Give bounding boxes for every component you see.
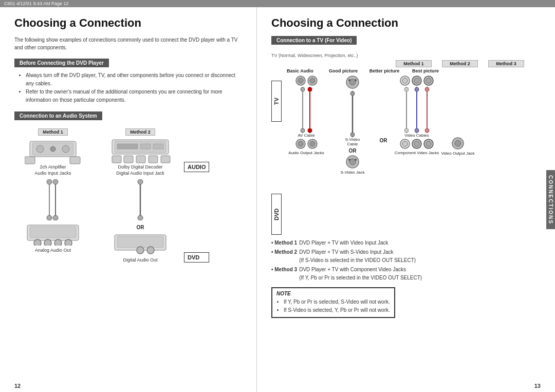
svg-rect-14: [30, 227, 76, 238]
main-diagram: TV DVD: [271, 76, 545, 235]
video-cables-label: Video Cables: [404, 133, 429, 138]
svg-point-4: [50, 146, 55, 152]
method2-cable-svg: [127, 179, 153, 220]
method2-diagram: Method 2: [102, 128, 179, 263]
svg-rect-26: [136, 156, 145, 163]
dvd-jack-l: [307, 139, 318, 149]
audio-output-label: Audio Output Jacks: [288, 151, 324, 155]
note-box: NOTE If Y, Pb or Pr is selected, S-Video…: [271, 287, 395, 318]
dvd-jack-r: [295, 139, 306, 149]
or-label: OR: [137, 225, 144, 230]
svg-point-74: [415, 128, 419, 133]
comp-jack-y-tv: [400, 76, 410, 86]
av-cable-svg: [296, 87, 317, 133]
right-page-number: 13: [534, 383, 541, 389]
comp-jack-pb-tv: [412, 76, 422, 86]
svideo-jack-label: S-Video Jack: [341, 170, 365, 175]
svg-point-70: [404, 87, 409, 91]
method-text-3: DVD Player + TV with Component Video Jac…: [299, 266, 422, 282]
svg-point-2: [36, 145, 44, 153]
svg-point-81: [426, 141, 431, 146]
tv-component-jacks: [400, 76, 434, 86]
content-area: Choosing a Connection The following show…: [0, 7, 555, 392]
svg-point-3: [62, 145, 69, 153]
svg-point-12: [53, 215, 58, 220]
vert-labels: TV DVD: [271, 81, 284, 235]
method1-header-badge: Method 1: [396, 60, 432, 67]
method-descriptions: • Method 1 DVD Player + TV with Video In…: [271, 239, 545, 282]
svg-point-52: [348, 79, 350, 81]
methods-area: Method 1 2ch Amplifier Audio: [14, 128, 242, 263]
dvd-analog-svg: [25, 222, 81, 246]
svg-rect-23: [153, 144, 163, 149]
svg-point-17: [54, 239, 62, 246]
note-items: If Y, Pb or Pr is selected, S-Video will…: [276, 298, 390, 314]
or-text-2: OR: [380, 138, 387, 143]
dvd-jacks-col1: [295, 139, 318, 149]
side-labels: AUDIO DVD: [184, 128, 209, 263]
col1: AV Cable Audio Output Jacks: [286, 76, 327, 175]
col-video-out: Video Output Jack: [440, 76, 476, 175]
av-cable-label: AV Cable: [298, 133, 314, 138]
header-bar: C601 4/12/01 9:43 AM Page 12: [0, 0, 555, 7]
best-picture-label: Best picture: [405, 68, 446, 73]
svg-rect-5: [25, 157, 35, 164]
svg-point-47: [298, 141, 303, 146]
method1-badge: Method 1: [38, 128, 68, 136]
svg-rect-24: [112, 156, 121, 163]
bullet-2: Refer to the owner's manual of the addit…: [26, 88, 242, 104]
bullet-1: Always turn off the DVD player, TV, and …: [26, 71, 242, 88]
svg-point-53: [355, 79, 357, 81]
method-desc-3: • Method 3 DVD Player + TV with Componen…: [271, 266, 545, 282]
svg-point-30: [138, 179, 143, 184]
method1-device-label: 2ch Amplifier Audio Input Jacks: [34, 164, 71, 176]
before-connecting-bullets: Always turn off the DVD player, TV, and …: [20, 71, 242, 104]
svg-point-73: [404, 128, 409, 133]
method-label-2: Method 2: [274, 249, 297, 255]
video-output-label: Video Output Jack: [441, 151, 474, 156]
svg-point-16: [44, 239, 51, 246]
comp-jack-pb-dvd: [412, 139, 422, 149]
svg-point-77: [402, 141, 408, 146]
tv-connection-header: Connection to a TV (For Video): [271, 36, 357, 45]
svg-point-75: [425, 128, 429, 133]
page-wrapper: C601 4/12/01 9:43 AM Page 12 Choosing a …: [0, 0, 555, 392]
method3-header: Method 3: [488, 60, 524, 67]
method2-header: Method 2: [442, 60, 478, 67]
or-text-1: OR: [349, 148, 357, 154]
svg-rect-25: [124, 156, 133, 163]
svg-point-83: [455, 140, 461, 146]
audio-side-label: AUDIO: [184, 162, 209, 172]
note-title: NOTE: [276, 291, 390, 296]
svg-point-31: [138, 215, 143, 220]
intro-text: The following show examples of connectio…: [14, 36, 242, 51]
tv-jack-l: [307, 76, 318, 86]
note-item-1: If Y, Pb or Pr is selected, S-Video will…: [284, 298, 390, 306]
right-page: Choosing a Connection Connection to a TV…: [257, 7, 555, 392]
comp-jack-pr-dvd: [423, 139, 434, 149]
svg-point-18: [65, 239, 72, 246]
svg-rect-21: [117, 144, 138, 149]
video-out-jack: [452, 137, 464, 150]
tv-vert-label: TV: [271, 81, 282, 122]
method-text-1: DVD Player + TV with Video Input Jack: [299, 239, 388, 247]
col3: Video Cables Component Video Jacks: [394, 76, 440, 175]
method-desc-1: • Method 1 DVD Player + TV with Video In…: [271, 239, 545, 247]
svg-point-15: [34, 239, 41, 246]
dvd-digital-svg: [112, 232, 169, 255]
svideo-jack-dvd: [346, 155, 359, 169]
left-page: Choosing a Connection The following show…: [0, 7, 257, 392]
dvd-side-label: DVD: [184, 252, 209, 263]
tv-svideo-jack: [346, 76, 359, 90]
svg-point-35: [147, 247, 154, 254]
method2-header-badge: Method 2: [442, 60, 478, 67]
amplifier-svg: [25, 139, 81, 164]
svg-point-71: [415, 87, 419, 91]
svideo-cable-svg: [345, 91, 360, 137]
methods-header: Method 1 Method 2 Method 3: [271, 60, 545, 67]
quality-row: Basic Audio Good picture Better picture …: [271, 68, 545, 73]
method2-device-label: Dolby Digital Decoder Digital Audio Inpu…: [116, 164, 164, 176]
method2-badge: Method 2: [125, 128, 155, 136]
before-connecting-section: Before Connecting the DVD Player Always …: [14, 59, 242, 104]
svg-rect-22: [140, 144, 151, 149]
